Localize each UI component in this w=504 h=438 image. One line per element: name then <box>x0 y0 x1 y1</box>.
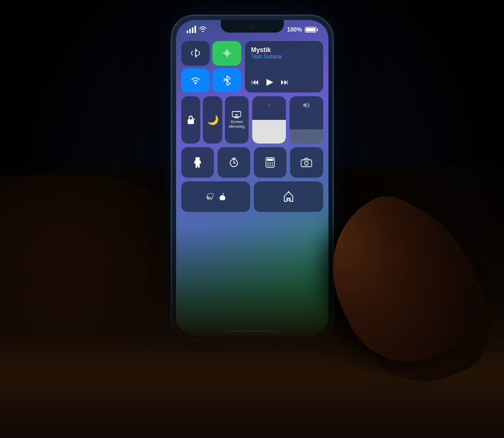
prev-button[interactable]: ⏮ <box>251 77 259 86</box>
brightness-slider[interactable]: ☀ <box>252 96 286 144</box>
lock-icon <box>186 115 196 125</box>
bottom-row-2: tv <box>181 181 323 212</box>
svg-point-22 <box>270 165 271 166</box>
home-button[interactable] <box>254 181 323 212</box>
calculator-button[interactable] <box>254 147 286 178</box>
screen-lock-button[interactable] <box>181 96 201 144</box>
apple-icon <box>219 192 226 201</box>
svg-rect-7 <box>188 119 194 124</box>
volume-slider[interactable] <box>290 96 323 144</box>
svg-point-19 <box>270 162 271 164</box>
volume-fill <box>290 129 323 144</box>
screen-mirror-icon <box>232 111 241 118</box>
connectivity-grid <box>181 41 241 93</box>
camera-button[interactable] <box>290 147 323 178</box>
airplane-mode-button[interactable] <box>181 41 210 66</box>
cellular-button[interactable] <box>212 41 241 66</box>
music-widget[interactable]: Mystik Tash Sultana ⏮ ▶ ⏭ <box>245 41 323 93</box>
music-info: Mystik Tash Sultana <box>251 46 317 59</box>
signal-area <box>187 26 207 33</box>
svg-point-27 <box>287 199 290 201</box>
signal-bar-2 <box>189 29 191 33</box>
camera-icon <box>301 158 312 167</box>
svg-rect-8 <box>232 111 241 117</box>
svg-point-23 <box>272 165 273 166</box>
svg-point-6 <box>194 82 197 84</box>
svg-point-20 <box>272 162 273 164</box>
svg-point-18 <box>268 162 269 164</box>
phone-screen: 100% Mystik Tash Sultana ⏮ ▶ ⏭ <box>176 20 328 335</box>
battery-percent: 100% <box>287 26 302 33</box>
signal-bars <box>187 26 196 33</box>
artist-name: Tash Sultana <box>251 54 317 59</box>
timer-icon <box>229 157 239 168</box>
flashlight-button[interactable] <box>181 147 214 178</box>
left-controls: 🌙 ScreenMirroring <box>181 96 249 144</box>
bottom-row-1 <box>181 147 323 178</box>
playback-controls: ⏮ ▶ ⏭ <box>251 76 317 87</box>
scene: 100% Mystik Tash Sultana ⏮ ▶ ⏭ <box>0 0 504 438</box>
timer-button[interactable] <box>218 147 250 178</box>
svg-point-21 <box>268 165 269 166</box>
svg-rect-17 <box>267 159 273 161</box>
appletv-icon: tv <box>205 193 216 200</box>
svg-point-25 <box>305 161 308 165</box>
top-row: Mystik Tash Sultana ⏮ ▶ ⏭ <box>181 41 323 93</box>
battery-icon <box>305 27 318 33</box>
screen-mirroring-button[interactable]: ScreenMirroring <box>225 96 248 144</box>
home-icon <box>283 191 294 202</box>
do-not-disturb-button[interactable]: 🌙 <box>203 96 222 144</box>
apple-tv-button[interactable]: tv <box>181 181 251 212</box>
speaker-icon <box>302 101 311 109</box>
brightness-fill <box>252 120 286 144</box>
bluetooth-button[interactable] <box>212 68 241 93</box>
notch-camera <box>249 23 255 29</box>
signal-bar-1 <box>187 30 188 33</box>
play-button[interactable]: ▶ <box>266 76 273 87</box>
notch <box>221 20 284 33</box>
wifi-button[interactable] <box>181 68 210 93</box>
wifi-status-icon <box>199 26 207 33</box>
svg-rect-24 <box>301 160 312 167</box>
moon-icon: 🌙 <box>207 114 219 126</box>
signal-bar-3 <box>192 27 193 33</box>
control-center: Mystik Tash Sultana ⏮ ▶ ⏭ 🌙 ScreenMirror… <box>181 39 323 325</box>
battery-area: 100% <box>287 26 317 33</box>
song-title: Mystik <box>251 46 317 54</box>
svg-rect-9 <box>196 157 200 160</box>
flashlight-icon <box>193 157 202 168</box>
screen-mirror-label: ScreenMirroring <box>229 119 245 129</box>
row-2: 🌙 ScreenMirroring ☀ <box>181 96 323 144</box>
svg-point-1 <box>226 52 228 54</box>
next-button[interactable]: ⏭ <box>281 77 289 86</box>
sun-icon: ☀ <box>266 101 272 109</box>
calculator-icon <box>265 157 275 168</box>
svg-text:tv: tv <box>207 196 210 199</box>
signal-bar-4 <box>194 26 196 33</box>
home-bar <box>226 330 279 332</box>
phone-frame: 100% Mystik Tash Sultana ⏮ ▶ ⏭ <box>171 15 334 341</box>
